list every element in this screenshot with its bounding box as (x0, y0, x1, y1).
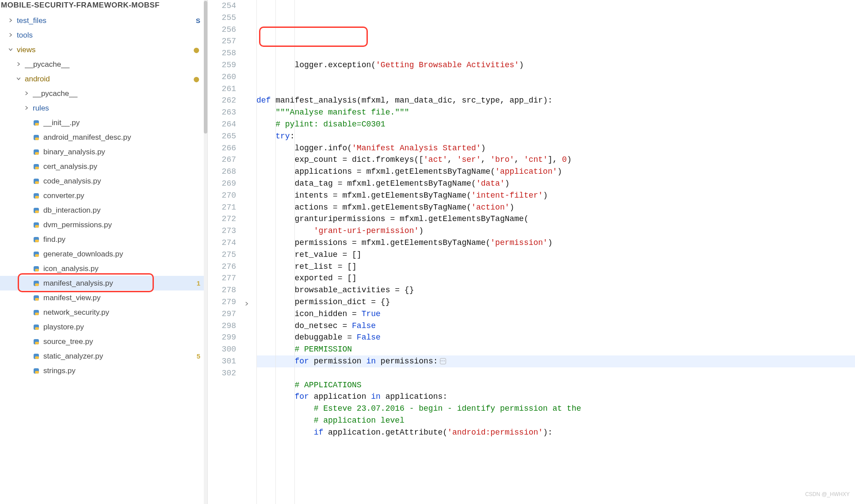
scrollbar-thumb[interactable] (204, 1, 207, 134)
code-line[interactable]: permission_dict = {} (256, 296, 855, 308)
tree-file[interactable]: find.py (0, 232, 207, 247)
code-line[interactable] (256, 367, 855, 379)
code-line[interactable]: ret_value = [] (256, 249, 855, 261)
code-line[interactable]: """Analyse manifest file.""" (256, 107, 855, 118)
line-number: 257 (208, 35, 236, 47)
tree-file[interactable]: binary_analysis.py (0, 145, 207, 159)
tree-folder[interactable]: views● (0, 42, 207, 57)
svg-rect-27 (35, 313, 39, 315)
tree-file[interactable]: converter.py (0, 188, 207, 203)
code-line[interactable]: for application in applications: (256, 391, 855, 403)
code-fold-ellipsis-icon[interactable]: ••• (440, 358, 446, 364)
tree-folder[interactable]: test_filesS (0, 13, 207, 28)
code-line[interactable]: try: (256, 130, 855, 142)
tree-file[interactable]: db_interaction.py (0, 203, 207, 218)
tree-file[interactable]: android_manifest_desc.py (0, 130, 207, 145)
code-line[interactable]: # Esteve 23.07.2016 - begin - identify p… (256, 403, 855, 415)
tree-item-label: __pycache__ (25, 60, 200, 69)
svg-rect-1 (35, 123, 39, 126)
tree-file[interactable]: static_analyzer.py5 (0, 349, 207, 363)
tree-folder[interactable]: __pycache__ (0, 86, 207, 101)
tree-item-label: android (25, 75, 192, 84)
code-line[interactable]: ret_list = [] (256, 261, 855, 273)
fold-column[interactable] (243, 0, 254, 504)
chevron-right-icon[interactable] (24, 91, 30, 97)
code-line[interactable]: exp_count = dict.fromkeys(['act', 'ser',… (256, 154, 855, 166)
tree-file[interactable]: dvm_permissions.py (0, 218, 207, 232)
code-line[interactable]: def manifest_analysis(mfxml, man_data_di… (256, 95, 855, 107)
tree-item-label: source_tree.py (43, 337, 200, 346)
chevron-right-icon[interactable] (24, 105, 30, 111)
python-file-icon (33, 309, 40, 316)
tree-file[interactable]: code_analysis.py (0, 174, 207, 188)
tree-item-badge: 5 (192, 352, 200, 360)
tree-folder[interactable]: tools (0, 28, 207, 42)
code-line[interactable]: # application level (256, 415, 855, 427)
code-line[interactable]: browsable_activities = {} (256, 284, 855, 296)
sidebar-scrollbar[interactable] (204, 0, 207, 504)
tree-item-label: find.py (43, 235, 200, 244)
line-number: 261 (208, 83, 236, 95)
tree-file[interactable]: network_security.py (0, 305, 207, 320)
chevron-right-icon[interactable] (8, 32, 14, 38)
tree-item-label: icon_analysis.py (43, 264, 200, 273)
chevron-down-icon[interactable] (8, 47, 14, 53)
code-line[interactable]: logger.exception('Getting Browsable Acti… (256, 59, 855, 71)
tree-item-label: cert_analysis.py (43, 162, 200, 171)
code-line[interactable]: # APPLICATIONS (256, 379, 855, 391)
chevron-right-icon[interactable] (8, 18, 14, 24)
line-number: 255 (208, 12, 236, 24)
code-line[interactable]: applications = mfxml.getElementsByTagNam… (256, 166, 855, 178)
code-line[interactable]: logger.info('Manifest Analysis Started') (256, 142, 855, 154)
tree-item-badge: 1 (192, 279, 200, 287)
tree-file[interactable]: icon_analysis.py (0, 261, 207, 276)
svg-rect-5 (35, 152, 39, 155)
tree-file[interactable]: strings.py (0, 363, 207, 378)
project-title: MOBILE-SECURITY-FRAMEWORK-MOBSF (0, 0, 207, 13)
code-area[interactable]: logger.exception('Getting Browsable Acti… (254, 0, 855, 504)
tree-file[interactable]: generate_downloads.py (0, 247, 207, 261)
code-line[interactable]: permissions = mfxml.getElementsByTagName… (256, 237, 855, 249)
python-file-icon (33, 251, 40, 258)
code-editor[interactable]: 2542552562572582592602612622632642652662… (208, 0, 855, 504)
tree-file[interactable]: manifest_analysis.py1 (0, 276, 207, 290)
tree-item-label: manifest_view.py (43, 294, 200, 302)
tree-folder[interactable]: rules (0, 101, 207, 115)
code-line[interactable] (256, 83, 855, 95)
code-line[interactable]: granturipermissions = mfxml.getElementsB… (256, 213, 855, 225)
line-number-gutter: 2542552562572582592602612622632642652662… (208, 0, 243, 504)
code-line[interactable]: exported = [] (256, 272, 855, 284)
tree-file[interactable]: manifest_view.py (0, 290, 207, 305)
line-number: 273 (208, 225, 236, 237)
tree-folder[interactable]: __pycache__ (0, 57, 207, 72)
tree-file[interactable]: playstore.py (0, 320, 207, 334)
code-line[interactable]: # PERMISSION (256, 344, 855, 355)
chevron-down-icon[interactable] (16, 76, 22, 82)
code-line[interactable]: do_netsec = False (256, 320, 855, 332)
code-line[interactable]: for permission in permissions:••• (256, 355, 855, 367)
fold-chevron-icon[interactable] (244, 299, 249, 311)
code-line[interactable]: intents = mfxml.getElementsByTagName('in… (256, 190, 855, 202)
code-line[interactable]: debuggable = False (256, 332, 855, 344)
code-line[interactable] (256, 71, 855, 83)
line-number: 272 (208, 213, 236, 225)
tree-item-label: generate_downloads.py (43, 250, 200, 259)
file-tree[interactable]: test_filesStoolsviews●__pycache__android… (0, 13, 207, 378)
tree-file[interactable]: __init__.py (0, 115, 207, 130)
tree-file[interactable]: source_tree.py (0, 334, 207, 349)
svg-rect-13 (35, 210, 39, 213)
tree-item-label: playstore.py (43, 323, 200, 332)
tree-folder[interactable]: android● (0, 72, 207, 86)
file-explorer-sidebar[interactable]: MOBILE-SECURITY-FRAMEWORK-MOBSF test_fil… (0, 0, 208, 504)
chevron-right-icon[interactable] (16, 61, 22, 68)
python-file-icon (33, 280, 40, 287)
code-line[interactable]: # pylint: disable=C0301 (256, 118, 855, 130)
tree-item-label: network_security.py (43, 308, 200, 317)
code-line[interactable]: icon_hidden = True (256, 308, 855, 320)
tree-file[interactable]: cert_analysis.py (0, 159, 207, 174)
code-line[interactable]: actions = mfxml.getElementsByTagName('ac… (256, 202, 855, 214)
line-number: 254 (208, 0, 236, 12)
code-line[interactable]: 'grant-uri-permission') (256, 225, 855, 237)
code-line[interactable]: data_tag = mfxml.getElementsByTagName('d… (256, 178, 855, 190)
code-line[interactable]: if application.getAttribute('android:per… (256, 427, 855, 439)
